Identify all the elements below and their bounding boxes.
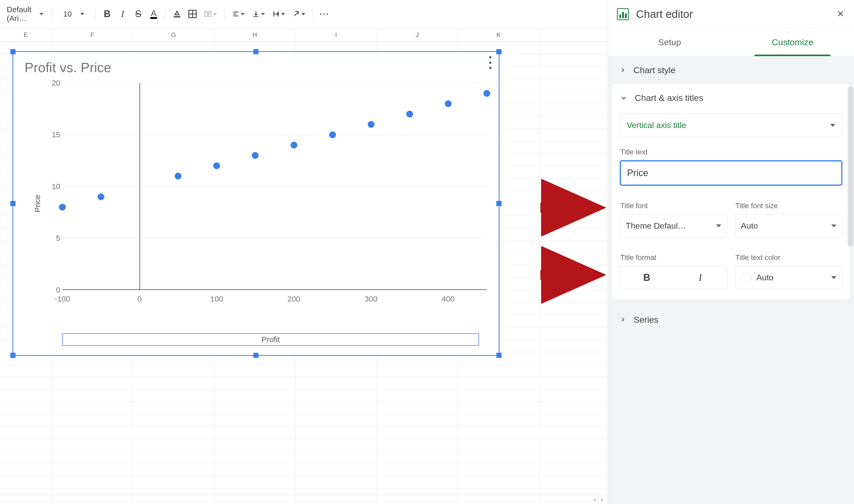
cell[interactable] bbox=[296, 439, 377, 451]
grid-row[interactable] bbox=[0, 390, 608, 402]
resize-handle[interactable] bbox=[10, 201, 16, 206]
section-series[interactable]: Series bbox=[608, 306, 854, 333]
column-header[interactable]: H bbox=[214, 29, 296, 41]
embedded-chart[interactable]: Profit vs. Price Price 05101520-10001002… bbox=[13, 51, 500, 356]
cell[interactable] bbox=[377, 427, 458, 439]
cell[interactable] bbox=[377, 476, 458, 488]
cell[interactable] bbox=[296, 377, 377, 389]
tab-setup[interactable]: Setup bbox=[608, 29, 731, 56]
cell[interactable] bbox=[0, 390, 52, 401]
tab-customize[interactable]: Customize bbox=[731, 29, 854, 56]
cell[interactable] bbox=[0, 365, 52, 377]
cell[interactable] bbox=[458, 451, 539, 464]
grid-row[interactable] bbox=[0, 377, 608, 390]
cell[interactable] bbox=[214, 402, 296, 414]
cell[interactable] bbox=[52, 365, 133, 377]
grid-row[interactable] bbox=[0, 476, 608, 489]
more-toolbar-button[interactable]: ⋯ bbox=[318, 7, 331, 21]
cell[interactable] bbox=[0, 464, 52, 476]
column-header[interactable]: K bbox=[458, 29, 539, 41]
borders-button[interactable] bbox=[186, 7, 199, 21]
cell[interactable] bbox=[377, 439, 458, 451]
cell[interactable] bbox=[296, 390, 377, 401]
resize-handle[interactable] bbox=[496, 353, 502, 358]
scroll-left-icon[interactable]: ◂ bbox=[591, 496, 598, 503]
grid-row[interactable] bbox=[0, 365, 608, 377]
cell[interactable] bbox=[377, 414, 458, 427]
cell[interactable] bbox=[296, 427, 377, 439]
title-selector-dropdown[interactable]: Vertical axis title bbox=[620, 113, 842, 137]
cell[interactable] bbox=[52, 427, 133, 439]
cell[interactable] bbox=[52, 464, 133, 476]
section-chart-style[interactable]: Chart style bbox=[608, 56, 854, 84]
cell[interactable] bbox=[52, 390, 133, 401]
cell[interactable] bbox=[214, 451, 296, 464]
cell[interactable] bbox=[377, 402, 458, 414]
panel-scrollbar[interactable] bbox=[848, 86, 853, 247]
cell[interactable] bbox=[133, 439, 214, 451]
cell[interactable] bbox=[458, 439, 539, 451]
grid-row[interactable] bbox=[0, 427, 608, 439]
chart-menu-button[interactable] bbox=[487, 56, 493, 69]
cell[interactable] bbox=[296, 402, 377, 414]
cell[interactable] bbox=[52, 476, 133, 488]
cell[interactable] bbox=[214, 377, 296, 389]
text-wrap-button[interactable] bbox=[269, 7, 288, 21]
cell[interactable] bbox=[377, 451, 458, 464]
cell[interactable] bbox=[0, 402, 52, 414]
cell[interactable] bbox=[52, 402, 133, 414]
cell[interactable] bbox=[377, 377, 458, 389]
italic-button[interactable]: I bbox=[116, 7, 129, 21]
cell[interactable] bbox=[296, 451, 377, 464]
grid-row[interactable] bbox=[0, 451, 608, 464]
cell[interactable] bbox=[133, 451, 214, 464]
resize-handle[interactable] bbox=[10, 353, 16, 358]
grid-row[interactable] bbox=[0, 402, 608, 414]
cell[interactable] bbox=[377, 464, 458, 476]
strikethrough-button[interactable]: S bbox=[132, 7, 145, 21]
grid-row[interactable] bbox=[0, 464, 608, 476]
cell[interactable] bbox=[296, 414, 377, 427]
title-text-input[interactable] bbox=[620, 160, 842, 186]
column-header[interactable]: E bbox=[0, 29, 52, 41]
bold-toggle[interactable]: B bbox=[620, 266, 674, 289]
x-axis-title[interactable]: Profit bbox=[63, 333, 479, 346]
cell[interactable] bbox=[133, 377, 214, 389]
vertical-align-button[interactable] bbox=[249, 7, 267, 21]
cell[interactable] bbox=[458, 414, 539, 427]
cell[interactable] bbox=[458, 402, 539, 414]
text-color-button[interactable]: A bbox=[147, 7, 160, 21]
cell[interactable] bbox=[133, 365, 214, 377]
column-header[interactable]: I bbox=[296, 29, 377, 41]
text-rotation-button[interactable] bbox=[290, 7, 308, 21]
cell[interactable] bbox=[296, 365, 377, 377]
title-font-dropdown[interactable]: Theme Defaul… bbox=[620, 214, 727, 237]
title-text-color-dropdown[interactable]: Auto bbox=[735, 266, 842, 289]
cell[interactable] bbox=[377, 390, 458, 401]
cell[interactable] bbox=[214, 439, 296, 451]
cell[interactable] bbox=[52, 439, 133, 451]
cell[interactable] bbox=[458, 427, 539, 439]
cell[interactable] bbox=[296, 476, 377, 488]
cell[interactable] bbox=[0, 377, 52, 389]
scroll-right-icon[interactable]: ▸ bbox=[599, 496, 606, 503]
y-axis-title[interactable]: Price bbox=[33, 195, 42, 212]
grid-row[interactable] bbox=[0, 414, 608, 427]
cell[interactable] bbox=[214, 365, 296, 377]
horizontal-align-button[interactable] bbox=[229, 7, 247, 21]
cell[interactable] bbox=[133, 390, 214, 401]
section-header[interactable]: Chart & axis titles bbox=[620, 93, 842, 103]
column-header[interactable]: J bbox=[377, 29, 458, 41]
spreadsheet-grid[interactable]: E F G H I J K Profit vs. Price Price 051… bbox=[0, 29, 608, 504]
close-panel-button[interactable] bbox=[836, 9, 845, 19]
resize-handle[interactable] bbox=[254, 353, 259, 358]
cell[interactable] bbox=[133, 476, 214, 488]
cell[interactable] bbox=[458, 464, 539, 476]
cell[interactable] bbox=[0, 427, 52, 439]
resize-handle[interactable] bbox=[496, 49, 502, 54]
resize-handle[interactable] bbox=[496, 201, 502, 206]
cell[interactable] bbox=[214, 427, 296, 439]
resize-handle[interactable] bbox=[254, 49, 259, 54]
cell[interactable] bbox=[133, 414, 214, 427]
italic-toggle[interactable]: I bbox=[674, 266, 727, 289]
